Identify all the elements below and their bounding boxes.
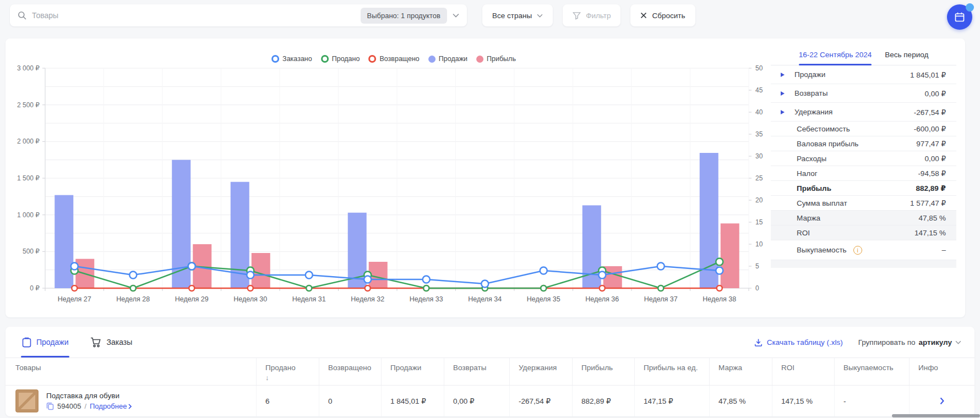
column-header[interactable]: Инфо — [909, 358, 974, 385]
svg-text:0: 0 — [755, 284, 759, 292]
svg-text:45: 45 — [755, 86, 763, 94]
summary-row: Расходы0,00 ₽ — [771, 151, 956, 166]
svg-text:40: 40 — [755, 108, 763, 116]
summary-row: Выкупаемостьi– — [771, 240, 956, 260]
svg-text:30: 30 — [755, 152, 763, 160]
svg-text:Неделя 30: Неделя 30 — [233, 295, 267, 303]
svg-text:Неделя 34: Неделя 34 — [468, 295, 502, 303]
expand-arrow-icon[interactable] — [781, 91, 785, 96]
details-link[interactable]: Подробнее — [90, 402, 132, 410]
search-icon — [18, 11, 26, 20]
column-header[interactable]: Товары — [6, 358, 256, 385]
reset-button-label: Сбросить — [652, 12, 685, 20]
column-header-label: Удержания — [519, 364, 569, 372]
search-input[interactable] — [32, 11, 361, 20]
country-dropdown[interactable]: Все страны — [482, 4, 553, 26]
svg-text:0 ₽: 0 ₽ — [30, 284, 40, 292]
chevron-down-icon[interactable] — [453, 13, 459, 18]
svg-text:Неделя 29: Неделя 29 — [175, 295, 209, 303]
column-header[interactable]: Прибыль на ед. — [634, 358, 709, 385]
product-image — [15, 389, 39, 413]
clipboard-icon — [22, 337, 31, 348]
svg-text:Неделя 32: Неделя 32 — [351, 295, 384, 303]
summary-row-value: 47,85 % — [918, 214, 946, 222]
table-cell: 6 — [256, 386, 319, 416]
svg-text:35: 35 — [755, 130, 763, 138]
summary-panel: 16-22 Сентябрь 2024 Весь период Продажи1… — [771, 43, 956, 268]
table-cell: 47,85 % — [709, 386, 772, 416]
country-dropdown-label: Все страны — [492, 12, 532, 20]
summary-panel-tabs: 16-22 Сентябрь 2024 Весь период — [771, 43, 956, 65]
svg-text:2 500 ₽: 2 500 ₽ — [17, 101, 40, 109]
column-header[interactable]: Возвраты — [444, 358, 509, 385]
svg-text:1 000 ₽: 1 000 ₽ — [17, 211, 40, 219]
tab-sales[interactable]: Продажи — [21, 327, 69, 358]
info-cell[interactable] — [909, 386, 974, 416]
weekly-sales-chart: 0 ₽500 ₽1 000 ₽1 500 ₽2 000 ₽2 500 ₽3 00… — [10, 61, 775, 309]
summary-row-label: Удержания — [794, 108, 832, 116]
group-by-prefix: Группировать по — [858, 338, 916, 346]
summary-row-label: Возвраты — [794, 89, 827, 97]
column-header[interactable]: Продажи — [381, 358, 444, 385]
tab-all-period[interactable]: Весь период — [885, 47, 928, 65]
info-icon[interactable]: i — [853, 246, 862, 255]
svg-text:3 000 ₽: 3 000 ₽ — [17, 64, 40, 72]
column-header[interactable]: Выкупаемость — [834, 358, 909, 385]
details-link-label: Подробнее — [90, 402, 127, 410]
table-row[interactable]: Подставка для обуви594005/Подробнее601 8… — [6, 385, 974, 416]
summary-row-label: Выкупаемость — [797, 246, 847, 254]
summary-row: Возвраты0,00 ₽ — [771, 84, 956, 103]
reset-button[interactable]: Сбросить — [630, 4, 695, 26]
expand-arrow-icon[interactable] — [781, 73, 785, 77]
table-cell: 0 — [319, 386, 381, 416]
summary-panel-footer — [771, 260, 956, 268]
table-cell: 882,89 ₽ — [572, 386, 634, 416]
summary-row-value: -94,58 ₽ — [918, 169, 946, 178]
column-header-label: Возвраты — [453, 364, 506, 372]
table-cell: 1 845,01 ₽ — [381, 386, 444, 416]
download-table-link[interactable]: Скачать таблицу (.xls) — [754, 338, 843, 346]
svg-text:2 000 ₽: 2 000 ₽ — [17, 138, 40, 145]
product-search[interactable]: Выбрано: 1 продуктов — [10, 4, 467, 26]
horizontal-scrollbar-thumb[interactable] — [892, 414, 980, 417]
sort-desc-icon: ↓ — [265, 373, 315, 382]
summary-row: ROI147,15 % — [771, 226, 956, 240]
calendar-button[interactable] — [947, 4, 972, 30]
summary-row: Валовая прибыль977,47 ₽ — [771, 136, 956, 151]
column-header-label: Прибыль на ед. — [644, 364, 706, 372]
svg-text:Неделя 38: Неделя 38 — [703, 295, 736, 303]
svg-text:50: 50 — [755, 64, 763, 72]
summary-row-value: 1 577,47 ₽ — [910, 199, 946, 207]
summary-row-label: Расходы — [797, 155, 826, 163]
chevron-down-icon — [537, 14, 543, 18]
summary-row-value: 977,47 ₽ — [916, 139, 946, 148]
filter-button[interactable]: Фильтр — [563, 4, 620, 26]
svg-text:Неделя 33: Неделя 33 — [410, 295, 443, 303]
expand-arrow-icon[interactable] — [781, 110, 785, 114]
summary-row-label: Сумма выплат — [797, 199, 847, 207]
column-header-label: Продажи — [390, 364, 440, 372]
product-id: 594005 — [57, 402, 81, 410]
svg-text:Неделя 36: Неделя 36 — [585, 295, 619, 303]
summary-row-label: Прибыль — [797, 184, 831, 193]
column-header[interactable]: Возвращено — [319, 358, 381, 385]
copy-icon[interactable] — [46, 402, 54, 410]
column-header[interactable]: Прибыль — [572, 358, 634, 385]
summary-rows: Продажи1 845,01 ₽Возвраты0,00 ₽Удержания… — [771, 65, 956, 260]
notification-dot — [966, 3, 974, 12]
summary-row: Сумма выплат1 577,47 ₽ — [771, 196, 956, 211]
filter-funnel-icon — [573, 12, 581, 20]
group-by-dropdown[interactable]: Группировать по артикулу — [858, 338, 961, 346]
tab-sales-label: Продажи — [36, 338, 68, 346]
svg-text:1 500 ₽: 1 500 ₽ — [17, 174, 40, 182]
column-header[interactable]: Продано↓ — [256, 358, 319, 385]
tab-orders[interactable]: Заказы — [89, 327, 133, 358]
cart-icon — [90, 337, 101, 348]
column-header[interactable]: Удержания — [509, 358, 572, 385]
summary-row-label: Продажи — [794, 70, 825, 79]
tab-week-period[interactable]: 16-22 Сентябрь 2024 — [799, 47, 872, 65]
column-header[interactable]: Маржа — [709, 358, 772, 385]
summary-row-value: – — [941, 246, 946, 254]
column-header[interactable]: ROI — [772, 358, 834, 385]
selected-products-badge[interactable]: Выбрано: 1 продуктов — [361, 8, 447, 24]
